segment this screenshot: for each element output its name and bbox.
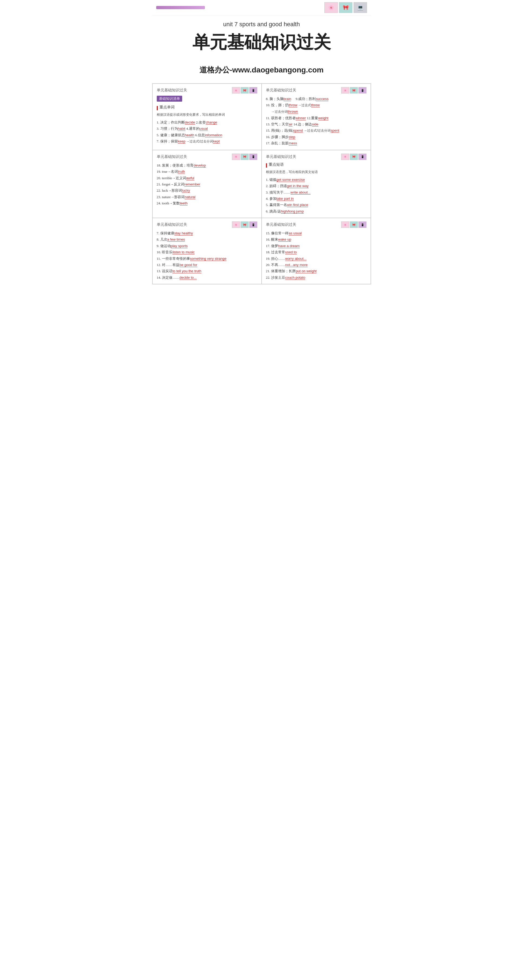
mini-img-3: 📱 <box>249 87 257 94</box>
vocab-item-20: 20. terrible→近义词awful <box>157 175 257 181</box>
card-6: 单元基础知识过关 🌸 🎀 📱 15. 像往常一样as usual 16. 醒来w… <box>262 218 371 284</box>
phrase-14: 14. 决定做……decide to... <box>157 274 257 281</box>
phrase-9: 9. 做运动play sports <box>157 243 257 249</box>
vocab-item-10b: →过去分词thrown <box>266 108 367 115</box>
vocab-item-11: 11. 获胜者；优胜者winner 12.重量weight <box>266 115 367 121</box>
card-4: 单元基础知识过关 🌸 🎀 📱 重点短语 根据汉语意思，写出相应的英文短语 1. … <box>262 150 371 218</box>
red-marker-4 <box>266 163 267 168</box>
vocab-item-22: 22. luck→形容词lucky <box>157 187 257 194</box>
card-5-header: 单元基础知识过关 🌸 🎀 📱 <box>157 221 257 228</box>
mini-img-11: 🎀 <box>350 154 358 160</box>
vocab-item-18: 18. 发展；使形成；培育develop <box>157 162 257 169</box>
card-5-images: 🌸 🎀 📱 <box>232 221 257 228</box>
mini-img-7: 🌸 <box>232 154 240 160</box>
phrase-6: 6. 跳高/远high/long jump <box>266 208 367 215</box>
card-2-images: 🌸 🎀 📱 <box>341 87 367 94</box>
card-5: 单元基础知识过关 🌸 🎀 📱 7. 保持健康stay healthy 8. 几次… <box>153 218 262 284</box>
card-1-images: 🌸 🎀 📱 <box>232 87 257 94</box>
header-images: 🌸 🎀 💻 <box>324 2 367 13</box>
website-label: 道格办公-www.daogebangong.com <box>152 59 371 83</box>
header-img-3: 💻 <box>353 2 367 13</box>
card-6-header: 单元基础知识过关 🌸 🎀 📱 <box>266 221 367 228</box>
phrase-19: 19. 担心……worry about... <box>266 256 367 262</box>
phrase-2: 2. 妨碍；挡道get in the way <box>266 183 367 189</box>
card-1: 单元基础知识过关 🌸 🎀 📱 基础知识清单 重点单词 根据汉语提示或词形变化要求… <box>153 84 262 150</box>
phrase-22: 22. 沙发土豆couch potato <box>266 274 367 281</box>
mini-img-5: 🎀 <box>350 87 358 94</box>
vocab-item-5: 5. 健康；健康状态health 6.信息information <box>157 132 257 138</box>
mini-img-1: 🌸 <box>232 87 240 94</box>
card-1-title: 单元基础知识过关 <box>157 88 187 93</box>
card-3-header: 单元基础知识过关 🌸 🎀 📱 <box>157 154 257 160</box>
card-2: 单元基础知识过关 🌸 🎀 📱 8. 脑；头脑brain 9.成功；胜利succe… <box>262 84 371 150</box>
red-marker-1 <box>157 106 158 110</box>
phrase-13: 13. 说实话to tell you the truth <box>157 268 257 274</box>
subtitle: unit 7 sports and good health <box>152 21 371 28</box>
phrase-21: 21. 体重增加；长胖put on weight <box>266 268 367 274</box>
phrase-15: 15. 像往常一样as usual <box>266 230 367 236</box>
mini-img-15: 📱 <box>249 221 257 228</box>
card-6-title: 单元基础知识过关 <box>266 222 296 227</box>
phrase-4: 4. 参加take part in <box>266 196 367 202</box>
vocab-instructions-1: 根据汉语提示或词形变化要求，写出相应的单词 <box>157 113 257 117</box>
vocab-item-16: 16. 步骤；脚步step <box>266 134 367 140</box>
card-3: 单元基础知识过关 🌸 🎀 📱 18. 发展；使形成；培育develop 19. … <box>153 150 262 218</box>
mini-img-10: 🌸 <box>341 154 349 160</box>
title-section: unit 7 sports and good health 单元基础知识过关 <box>152 16 371 59</box>
phrase-17: 17. 做梦have a dream <box>266 243 367 249</box>
card-2-title: 单元基础知识过关 <box>266 88 296 93</box>
phrase-8: 8. 几次a few times <box>157 236 257 242</box>
phrase-7: 7. 保持健康stay healthy <box>157 230 257 236</box>
vocab-instructions-4: 根据汉语意思，写出相应的英文短语 <box>266 170 367 174</box>
vocab-item-7: 7. 保持；保留keep →过去式/过去分词kept <box>157 138 257 145</box>
mini-img-6: 📱 <box>358 87 367 94</box>
mini-img-2: 🎀 <box>240 87 249 94</box>
mini-img-8: 🎀 <box>240 154 249 160</box>
vocab-item-21: 21. forget→反义词remember <box>157 181 257 187</box>
vocab-item-10: 10. 投，掷；扔throw →过去式threw <box>266 102 367 108</box>
card-4-header: 单元基础知识过关 🌸 🎀 📱 <box>266 154 367 160</box>
header-bar <box>156 6 205 9</box>
section-subtitle-4: 重点短语 <box>269 162 284 167</box>
phrase-1: 1. 锻炼get some exercise <box>266 177 367 183</box>
main-title: 单元基础知识过关 <box>152 30 371 54</box>
section-subtitle-1: 重点单词 <box>159 105 175 110</box>
phrase-18: 18. 过去常常used to <box>266 249 367 255</box>
mini-img-9: 📱 <box>249 154 257 160</box>
card-3-title: 单元基础知识过关 <box>157 154 187 159</box>
vocab-item-24: 24. tooth→复数teeth <box>157 200 257 206</box>
vocab-item-23: 23. nature→形容词natural <box>157 194 257 200</box>
header-img-2: 🎀 <box>339 2 353 13</box>
phrase-10: 10. 听音乐listen to music <box>157 249 257 255</box>
card-5-title: 单元基础知识过关 <box>157 222 187 227</box>
vocab-item-8: 8. 脑；头脑brain 9.成功；胜利success <box>266 96 367 102</box>
vocab-item-17: 17. 杂乱；肮脏mess <box>266 140 367 146</box>
card-2-header: 单元基础知识过关 🌸 🎀 📱 <box>266 87 367 94</box>
phrase-16: 16. 醒来wake up <box>266 236 367 242</box>
phrase-11: 11. 一些非常奇怪的事something very strange <box>157 256 257 262</box>
mini-img-4: 🌸 <box>341 87 349 94</box>
card-1-header: 单元基础知识过关 🌸 🎀 📱 <box>157 87 257 94</box>
header-top: 🌸 🎀 💻 <box>152 0 371 16</box>
phrase-3: 3. 描写关于……write about... <box>266 189 367 196</box>
card-4-title: 单元基础知识过关 <box>266 154 296 159</box>
mini-img-14: 🎀 <box>240 221 249 228</box>
phrase-5: 5. 赢得第一名win first place <box>266 202 367 208</box>
phrase-20: 20. 不再……not...any more <box>266 262 367 268</box>
mini-img-12: 📱 <box>358 154 367 160</box>
vocab-item-19: 19. true→名词truth <box>157 169 257 175</box>
section-tag-1: 基础知识清单 <box>157 96 182 102</box>
card-4-images: 🌸 🎀 📱 <box>341 154 367 160</box>
vocab-item-3: 3. 习惯；行为habit 4.通常的usual <box>157 126 257 132</box>
vocab-item-13: 13. 空气；天空air 14.边；侧边side <box>266 121 367 127</box>
phrase-12: 12. 对……有益be good for <box>157 262 257 268</box>
card-3-images: 🌸 🎀 📱 <box>232 154 257 160</box>
vocab-item-15: 15. 用(钱)；花(钱)spend →过去式/过去分词spent <box>266 127 367 134</box>
mini-img-17: 🎀 <box>350 221 358 228</box>
mini-img-18: 📱 <box>358 221 367 228</box>
mini-img-16: 🌸 <box>341 221 349 228</box>
header-img-1: 🌸 <box>324 2 338 13</box>
mini-img-13: 🌸 <box>232 221 240 228</box>
vocab-item-1: 1. 决定；作出判断decide 2.改变change <box>157 119 257 126</box>
card-6-images: 🌸 🎀 📱 <box>341 221 367 228</box>
